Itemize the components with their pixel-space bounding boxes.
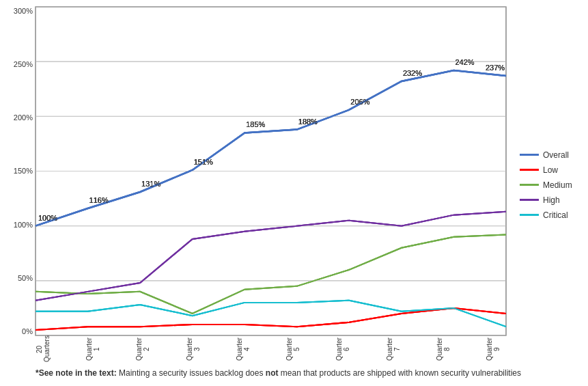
svg-text:237%: 237% (486, 64, 505, 72)
y-axis-label: 250% (14, 60, 33, 68)
plot-area: 100%116%131%151%185%188%206%232%242%237%… (36, 7, 506, 335)
x-axis-label: Quarter 2 (135, 335, 156, 363)
svg-text:242%: 242% (455, 58, 474, 66)
svg-text:151%: 151% (194, 158, 213, 166)
legend-area: OverallLowMediumHighCritical (513, 7, 581, 363)
legend-item-critical: Critical (520, 210, 581, 220)
footnote-text: Mainting a security issues backlog does (117, 368, 266, 378)
legend-item-medium: Medium (520, 180, 581, 190)
x-axis-label: Quarter 5 (285, 335, 306, 363)
svg-text:116%: 116% (89, 196, 109, 204)
svg-text:206%: 206% (350, 98, 369, 106)
x-axis-label: Quarter 4 (236, 335, 256, 363)
legend-line-critical (520, 214, 539, 216)
x-axis-label: Quarter 8 (436, 335, 456, 363)
legend-label-low: Low (543, 165, 558, 175)
legend-item-low: Low (520, 165, 581, 175)
chart-area: 300%250%200%150%100%50%0% 100%116%131%15… (7, 7, 581, 363)
legend-label-critical: Critical (543, 210, 568, 220)
svg-text:185%: 185% (246, 120, 265, 128)
x-axis-labels: 20 QuartersQuarter 1Quarter 2Quarter 3Qu… (36, 335, 506, 363)
legend-label-overall: Overall (543, 150, 569, 160)
x-axis-label: Quarter 3 (186, 335, 206, 363)
legend-line-high (520, 199, 539, 201)
x-axis-label: Quarter 6 (335, 335, 356, 363)
svg-text:100%: 100% (38, 214, 57, 222)
y-axis-label: 100% (14, 221, 33, 229)
footnote-text2: mean that products are shipped with know… (278, 368, 521, 378)
legend-item-high: High (520, 195, 581, 205)
y-axis-label: 300% (14, 7, 33, 15)
svg-text:188%: 188% (298, 118, 318, 126)
legend-line-medium (520, 184, 539, 186)
chart-main: 300%250%200%150%100%50%0% 100%116%131%15… (7, 7, 513, 363)
y-axis-label: 200% (14, 113, 33, 122)
x-axis-label: 20 Quarters (36, 335, 56, 363)
svg-text:131%: 131% (141, 180, 160, 188)
chart-container: 300%250%200%150%100%50%0% 100%116%131%15… (0, 0, 588, 386)
chart-svg: 100%116%131%151%185%188%206%232%242%237%… (36, 7, 506, 335)
x-axis-label: Quarter 7 (386, 335, 406, 363)
y-axis-label: 150% (14, 167, 33, 175)
x-axis-label: Quarter 1 (85, 335, 106, 363)
x-axis-label: Quarter 9 (486, 335, 506, 363)
legend-label-high: High (543, 195, 560, 205)
y-axis-labels: 300%250%200%150%100%50%0% (7, 7, 36, 335)
footnote: *See note in the text: Mainting a securi… (7, 367, 581, 379)
legend-line-overall (520, 154, 539, 156)
footnote-bold-not: not (266, 368, 279, 378)
legend-line-low (520, 169, 539, 171)
svg-text:232%: 232% (403, 69, 422, 77)
footnote-bold-prefix: *See note in the text: (36, 368, 117, 378)
legend-label-medium: Medium (543, 180, 572, 190)
legend-item-overall: Overall (520, 150, 581, 160)
y-axis-label: 0% (22, 327, 33, 335)
y-axis-label: 50% (18, 274, 33, 282)
